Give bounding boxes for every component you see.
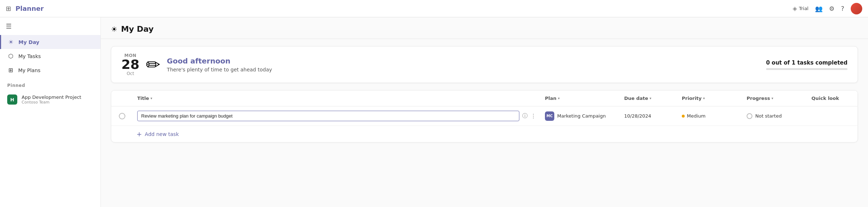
task-progress-cell: Not started (742, 112, 807, 120)
people-icon[interactable]: 👥 (815, 5, 823, 12)
th-progress[interactable]: Progress ▾ (742, 94, 807, 102)
task-priority-cell: Medium (677, 112, 742, 120)
pinned-item-name: App Development Project (22, 94, 81, 100)
th-plan[interactable]: Plan ▾ (541, 94, 620, 102)
task-plan-cell: MC Marketing Campaign (541, 110, 620, 122)
priority-dot (682, 115, 685, 118)
table-header: Title ▾ Plan ▾ Due date ▾ Priority ▾ Pro… (111, 91, 858, 106)
task-progress: Not started (755, 113, 782, 119)
th-title[interactable]: Title ▾ (133, 94, 541, 102)
sidebar-item-label-my-day: My Day (18, 39, 39, 45)
sidebar-item-my-plans[interactable]: ⊞ My Plans (0, 63, 100, 77)
avatar[interactable] (851, 3, 862, 14)
task-complete-checkbox[interactable] (119, 113, 125, 119)
add-task-row[interactable]: + Add new task (111, 126, 858, 142)
task-due-date-cell: 10/28/2024 (620, 112, 677, 120)
plan-sort-icon: ▾ (558, 96, 560, 100)
date-month: Oct (121, 71, 139, 76)
plan-avatar: MC (545, 111, 554, 121)
greeting-subtitle: There's plenty of time to get ahead toda… (167, 67, 760, 72)
task-count-block: 0 out of 1 tasks completed (766, 60, 847, 70)
th-checkbox (111, 94, 133, 102)
pinned-item-text: App Development Project Contoso Team (22, 94, 81, 105)
pinned-section-label: Pinned (0, 77, 100, 91)
th-due-date-label: Due date (624, 96, 648, 101)
pencil-emoji: ✏️ (146, 54, 160, 75)
collapse-button[interactable]: ☰ (6, 22, 12, 30)
task-more-icon[interactable]: ⋮ (531, 113, 536, 119)
my-plans-icon: ⊞ (8, 67, 13, 74)
top-nav-left: ⊞ Planner (6, 5, 44, 12)
task-due-date: 10/28/2024 (624, 113, 651, 119)
progress-circle-icon (747, 113, 752, 119)
pinned-item-app-dev[interactable]: H App Development Project Contoso Team (0, 91, 100, 108)
task-title-input[interactable] (137, 111, 519, 121)
trial-badge[interactable]: ◈ Trial (793, 5, 809, 12)
page-header: ☀ My Day (101, 17, 868, 39)
task-quick-look-cell (807, 115, 858, 118)
th-due-date[interactable]: Due date ▾ (620, 94, 677, 102)
greeting-card: MON 28 Oct ✏️ Good afternoon There's ple… (111, 46, 858, 83)
app-title: Planner (15, 5, 44, 12)
due-date-sort-icon: ▾ (650, 96, 652, 100)
table-row: ⓘ ⋮ MC Marketing Campaign 10/28/2024 Med… (111, 106, 858, 126)
waffle-icon[interactable]: ⊞ (6, 5, 11, 12)
diamond-icon: ◈ (793, 5, 797, 12)
greeting-text: Good afternoon There's plenty of time to… (167, 57, 760, 72)
pinned-item-team: Contoso Team (22, 100, 81, 105)
settings-icon[interactable]: ⚙ (829, 5, 835, 12)
date-num: 28 (121, 58, 139, 71)
tasks-section: Title ▾ Plan ▾ Due date ▾ Priority ▾ Pro… (111, 90, 858, 142)
sidebar-item-my-tasks[interactable]: ⬡ My Tasks (0, 49, 100, 63)
sidebar-item-my-day[interactable]: ☀ My Day (0, 35, 100, 49)
top-nav-right: ◈ Trial 👥 ⚙ ? (793, 3, 862, 14)
my-tasks-icon: ⬡ (8, 53, 13, 60)
trial-label: Trial (799, 6, 809, 11)
th-progress-label: Progress (747, 96, 770, 101)
date-block: MON 28 Oct (121, 53, 139, 76)
th-plan-label: Plan (545, 96, 556, 101)
page-title: My Day (121, 25, 154, 34)
pinned-item-icon: H (7, 94, 17, 105)
task-title-cell: ⓘ ⋮ (133, 109, 541, 123)
sidebar-item-label-my-tasks: My Tasks (18, 53, 41, 59)
title-sort-icon: ▾ (151, 96, 152, 100)
help-icon[interactable]: ? (841, 5, 844, 12)
task-count-text: 0 out of 1 tasks completed (766, 60, 847, 66)
task-priority: Medium (687, 113, 706, 119)
th-quick-look: Quick look (807, 94, 858, 102)
sidebar-item-label-my-plans: My Plans (18, 67, 40, 73)
plus-icon: + (137, 130, 142, 138)
task-checkbox-cell (111, 113, 133, 119)
top-navigation: ⊞ Planner ◈ Trial 👥 ⚙ ? (0, 0, 868, 17)
my-day-icon: ☀ (8, 39, 13, 45)
progress-sort-icon: ▾ (771, 96, 773, 100)
sidebar-collapse: ☰ (0, 17, 100, 35)
th-quick-look-label: Quick look (811, 96, 839, 101)
plan-name: Marketing Campaign (557, 113, 606, 119)
page-header-sun-icon: ☀ (111, 25, 117, 34)
main-content: ☀ My Day MON 28 Oct ✏️ Good afternoon Th… (101, 0, 868, 207)
priority-sort-icon: ▾ (703, 96, 705, 100)
th-priority-label: Priority (682, 96, 702, 101)
greeting-title: Good afternoon (167, 57, 760, 65)
progress-bar-background (766, 68, 847, 70)
th-priority[interactable]: Priority ▾ (677, 94, 742, 102)
th-title-label: Title (137, 96, 149, 101)
sidebar: ☰ ☀ My Day ⬡ My Tasks ⊞ My Plans Pinned … (0, 0, 101, 207)
add-task-label: Add new task (145, 131, 179, 137)
task-info-icon[interactable]: ⓘ (522, 113, 528, 119)
